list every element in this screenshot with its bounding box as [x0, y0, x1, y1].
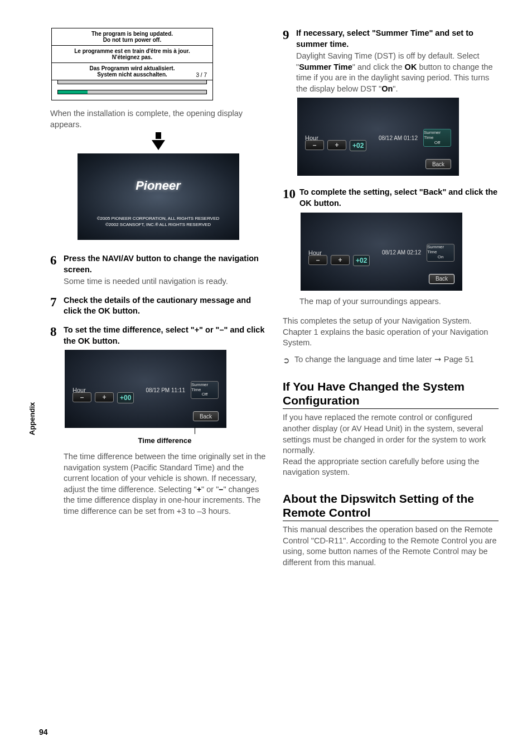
- page-number: 94: [39, 728, 48, 736]
- arrow-down-icon: [156, 132, 161, 139]
- section-heading-config: If You Have Changed the System Configura…: [283, 379, 499, 407]
- step-10-after: The map of your surroundings appears.: [299, 296, 499, 307]
- plus-button[interactable]: +: [331, 255, 350, 265]
- text: button.: [90, 336, 120, 345]
- text: Summer Time: [424, 131, 451, 141]
- text: ©2005 PIONEER CORPORATION, ALL RIGHTS RE…: [78, 216, 239, 221]
- date-display: 08/12 PM 11:11: [146, 387, 185, 393]
- text: Das Programm wird aktualisiert.: [55, 65, 209, 71]
- text-bold: OK: [299, 199, 312, 208]
- left-column: The program is being updated. Do not tur…: [50, 28, 266, 739]
- progress-bar-top: [57, 80, 207, 84]
- step-number-9: 9: [283, 28, 296, 176]
- section-rule: [283, 521, 499, 521]
- right-column: 9 If necessary, select "Summer Time" and…: [283, 28, 499, 739]
- text: " and click the: [352, 62, 405, 71]
- step-6-body: Some time is needed until navigation is …: [64, 276, 266, 287]
- update-msg-de: Das Programm wird aktualisiert. System n…: [52, 63, 212, 80]
- text: Check the details of the cautionary mess…: [64, 296, 251, 316]
- plus-button[interactable]: +: [327, 140, 346, 150]
- step-8-heading: To set the time difference, select "+" o…: [64, 325, 266, 346]
- step-number-6: 6: [50, 253, 64, 287]
- step-10-heading: To complete the setting, select "Back" a…: [299, 187, 499, 209]
- text: " or ": [201, 485, 219, 494]
- text-bold: Summer Time: [299, 62, 352, 71]
- text: button.: [312, 199, 341, 208]
- time-offset-value: +02: [353, 255, 370, 266]
- copyright-text: ©2005 PIONEER CORPORATION, ALL RIGHTS RE…: [78, 216, 239, 228]
- pointer-line: [195, 427, 195, 434]
- update-msg-en: The program is being updated. Do not tur…: [52, 28, 212, 46]
- time-setting-figure-1: Hour 08/12 PM 11:11 Summer Time Off – + …: [65, 350, 226, 428]
- text: Summer Time: [191, 383, 218, 393]
- section-config-p1: If you have replaced the remote control …: [283, 412, 499, 456]
- update-counter: 3 / 7: [196, 72, 207, 78]
- plus-button[interactable]: +: [95, 392, 114, 402]
- text: button.: [110, 306, 140, 315]
- minus-button[interactable]: –: [72, 392, 91, 402]
- xref-icon: ➲: [283, 355, 290, 366]
- summer-time-button[interactable]: Summer Time Off: [191, 381, 219, 399]
- back-button[interactable]: Back: [429, 274, 454, 284]
- text: ".: [393, 84, 398, 93]
- text: To complete the setting, select "Back" a…: [299, 187, 497, 196]
- arrow-down-icon: [152, 140, 165, 150]
- text: N'éteignez pas.: [55, 54, 209, 60]
- section-config-p2: Read the appropriate section carefully b…: [283, 456, 499, 478]
- date-display: 08/12 AM 01:12: [379, 135, 418, 141]
- section-rule: [283, 408, 499, 409]
- step-number-8: 8: [50, 325, 64, 517]
- text: Le programme est en train d'être mis à j…: [55, 48, 209, 54]
- text-bold: NAVI/AV: [102, 254, 134, 263]
- after-install-text: When the installation is complete, the o…: [50, 108, 266, 130]
- step-8-body: The time difference between the time ori…: [64, 451, 266, 517]
- text: On: [438, 255, 444, 260]
- completion-paragraph: This completes the setup of your Navigat…: [283, 316, 499, 349]
- section-dipswitch-p1: This manual describes the operation base…: [283, 524, 499, 568]
- minus-button[interactable]: –: [305, 140, 324, 150]
- opening-display-figure: Pioneer ©2005 PIONEER CORPORATION, ALL R…: [78, 153, 239, 240]
- text-bold: On: [381, 84, 393, 93]
- text: The program is being updated.: [55, 31, 209, 37]
- text: System nicht ausschalten.: [55, 71, 209, 78]
- text-bold: +: [197, 485, 201, 494]
- text: Off: [202, 392, 208, 397]
- text: Do not turn power off.: [55, 37, 209, 43]
- update-msg-fr: Le programme est en train d'être mis à j…: [52, 46, 212, 63]
- step-number-10: 10: [283, 187, 299, 307]
- time-offset-value: +00: [117, 392, 134, 403]
- step-7-heading: Check the details of the cautionary mess…: [64, 295, 266, 317]
- back-button[interactable]: Back: [425, 159, 451, 169]
- back-button[interactable]: Back: [193, 411, 219, 421]
- time-setting-figure-3: Hour 08/12 AM 02:12 Summer Time On – + +…: [301, 213, 462, 291]
- time-difference-caption: Time difference: [64, 436, 266, 445]
- pioneer-logo: Pioneer: [78, 179, 239, 193]
- cross-reference: ➲ To change the language and time later …: [283, 354, 499, 366]
- date-display: 08/12 AM 02:12: [382, 249, 421, 256]
- summer-time-button[interactable]: Summer Time On: [427, 244, 454, 262]
- xref-text: To change the language and time later ➞ …: [294, 354, 474, 366]
- step-9-body: Daylight Saving Time (DST) is off by def…: [296, 51, 499, 94]
- text-bold: OK: [405, 62, 417, 71]
- summer-time-button[interactable]: Summer Time Off: [423, 129, 451, 147]
- step-6-heading: Press the NAVI/AV button to change the n…: [64, 253, 266, 275]
- text: Press the: [64, 254, 102, 263]
- side-section-label: Appendix: [28, 402, 36, 435]
- update-progress-figure: The program is being updated. Do not tur…: [51, 28, 213, 100]
- text: Off: [434, 141, 441, 146]
- step-number-7: 7: [50, 295, 64, 317]
- step-9-heading: If necessary, select "Summer Time" and s…: [296, 28, 499, 50]
- progress-bar-bottom: [57, 90, 207, 94]
- text: Summer Time: [427, 245, 454, 255]
- section-heading-dipswitch: About the Dipswitch Setting of the Remot…: [283, 492, 499, 519]
- text: ©2002 SCANSOFT, INC.® ALL RIGHTS RESERVE…: [78, 222, 239, 228]
- text-bold: OK: [78, 336, 90, 345]
- text-bold: OK: [98, 306, 110, 315]
- time-offset-value: +02: [350, 140, 366, 151]
- time-setting-figure-2: Hour 08/12 AM 01:12 Summer Time Off – + …: [297, 98, 459, 176]
- minus-button[interactable]: –: [308, 255, 327, 265]
